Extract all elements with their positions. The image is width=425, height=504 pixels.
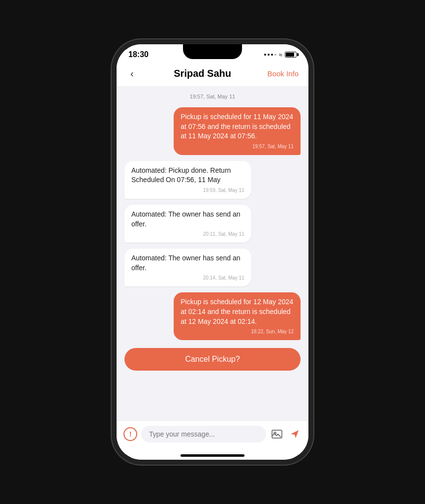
phone-frame: 18:30 ≈ ‹ Sripad Sahu Book Info 19:57, S…	[117, 44, 308, 460]
nav-bar: ‹ Sripad Sahu Book Info	[117, 62, 308, 87]
send-button[interactable]	[288, 427, 302, 441]
date-separator: 19:57, Sat, May 11	[124, 94, 301, 99]
message-input[interactable]	[141, 426, 266, 442]
wifi-icon: ≈	[279, 51, 282, 59]
signal-dots-icon	[264, 54, 276, 56]
message-text: Pickup is scheduled for 12 May 2024 at 0…	[181, 298, 293, 325]
chat-area: 19:57, Sat, May 11 Pickup is scheduled f…	[117, 87, 308, 420]
input-bar: !	[117, 420, 308, 454]
message-time: 19:59, Sat, May 11	[131, 187, 244, 194]
back-button[interactable]: ‹	[126, 66, 138, 81]
alert-icon: !	[123, 427, 137, 441]
message-time: 20:14, Sat, May 11	[131, 275, 244, 282]
message-text: Pickup is scheduled for 11 May 2024 at 0…	[181, 113, 293, 140]
status-icons: ≈	[264, 51, 297, 59]
message-time: 18:22, Sun, May 12	[181, 328, 294, 335]
message-text: Automated: The owner has send an offer.	[131, 254, 241, 272]
message-sent-1: Pickup is scheduled for 11 May 2024 at 0…	[174, 107, 301, 155]
image-attach-button[interactable]	[270, 427, 284, 441]
message-received-3: Automated: The owner has send an offer. …	[124, 249, 251, 286]
cancel-pickup-button[interactable]: Cancel Pickup?	[124, 348, 301, 371]
notch	[183, 44, 242, 59]
status-time: 18:30	[128, 50, 149, 59]
message-received-2: Automated: The owner has send an offer. …	[124, 205, 251, 243]
message-text: Automated: The owner has send an offer.	[131, 210, 241, 228]
message-sent-2: Pickup is scheduled for 12 May 2024 at 0…	[174, 292, 301, 340]
battery-icon	[285, 52, 297, 58]
message-time: 19:57, Sat, May 11	[181, 143, 294, 150]
message-time: 20:11, Sat, May 11	[131, 231, 244, 238]
book-info-button[interactable]: Book Info	[268, 69, 299, 78]
nav-title: Sripad Sahu	[174, 68, 231, 79]
home-indicator	[181, 454, 244, 457]
message-text: Automated: Pickup done. Return Scheduled…	[131, 166, 231, 184]
message-received-1: Automated: Pickup done. Return Scheduled…	[124, 161, 251, 199]
